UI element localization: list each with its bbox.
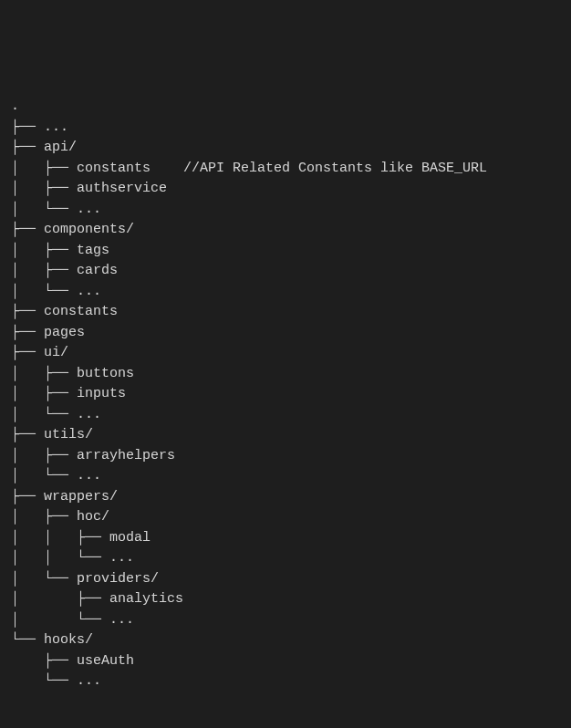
tree-pipes: │: [11, 509, 44, 525]
tree-line: ├── components/: [11, 220, 560, 241]
tree-pipes: [11, 653, 44, 669]
tree-item-name: ...: [77, 284, 101, 299]
root-label: .: [11, 99, 19, 114]
tree-item-name: api/: [44, 140, 77, 155]
tree-item-name: ...: [109, 612, 134, 628]
tree-line: ├── ...: [11, 118, 560, 139]
tree-root: .: [11, 97, 560, 118]
tree-pipes: │: [11, 612, 77, 628]
tree-item-name: wrappers/: [44, 489, 118, 504]
tree-item-name: components/: [44, 222, 134, 237]
tree-pipes: │ │: [11, 550, 77, 566]
tree-line: │ ├── cards: [11, 261, 560, 282]
tree-line: │ └── ...: [11, 466, 560, 487]
tree-line: └── ...: [11, 671, 560, 692]
tree-branch: ├──: [11, 325, 44, 340]
tree-line: │ │ ├── modal: [11, 528, 560, 549]
tree-branch: └──: [44, 571, 77, 587]
tree-item-name: analytics: [109, 591, 183, 607]
tree-item-name: hooks/: [44, 632, 93, 648]
tree-branch: ├──: [11, 427, 44, 442]
tree-pipes: │: [11, 202, 44, 217]
tree-branch: └──: [44, 673, 77, 689]
tree-branch: ├──: [11, 222, 44, 237]
tree-branch: └──: [44, 407, 77, 422]
tree-line: │ └── providers/: [11, 569, 560, 590]
tree-branch: ├──: [11, 345, 44, 360]
tree-branch: ├──: [44, 386, 77, 401]
tree-line: │ ├── inputs: [11, 384, 560, 405]
tree-branch: ├──: [44, 263, 77, 278]
tree-branch: └──: [44, 202, 77, 217]
tree-body: ├── ...├── api/│ ├── constants //API Rel…: [11, 118, 560, 692]
tree-pipes: │: [11, 181, 44, 196]
tree-item-name: ...: [77, 202, 101, 217]
tree-pipes: [11, 673, 44, 689]
tree-line: ├── useAuth: [11, 651, 560, 672]
tree-branch: ├──: [11, 120, 44, 135]
tree-branch: ├──: [44, 653, 77, 669]
tree-line: │ │ └── ...: [11, 548, 560, 569]
tree-line: │ ├── analytics: [11, 589, 560, 610]
tree-item-name: arrayhelpers: [77, 448, 175, 463]
tree-item-name: constants: [44, 304, 118, 319]
tree-branch: └──: [77, 550, 109, 566]
tree-item-name: hoc/: [77, 509, 109, 525]
tree-item-name: ...: [77, 407, 101, 422]
tree-pipes: │: [11, 468, 44, 484]
tree-branch: ├──: [44, 366, 77, 381]
tree-pipes: │: [11, 386, 44, 401]
tree-branch: ├──: [44, 181, 77, 196]
tree-branch: ├──: [44, 509, 77, 525]
tree-item-name: inputs: [77, 386, 126, 401]
tree-line: │ └── ...: [11, 200, 560, 221]
tree-line: ├── api/: [11, 138, 560, 159]
tree-line: └── hooks/: [11, 630, 560, 651]
tree-branch: ├──: [77, 530, 109, 546]
tree-line: │ ├── authservice: [11, 179, 560, 200]
tree-branch: └──: [11, 632, 44, 648]
tree-branch: ├──: [44, 243, 77, 258]
tree-item-name: authservice: [77, 181, 167, 196]
tree-item-name: cards: [77, 263, 118, 278]
tree-line: │ └── ...: [11, 610, 560, 631]
tree-pipes: │: [11, 366, 44, 381]
tree-pipes: │: [11, 591, 77, 607]
tree-line: │ ├── hoc/: [11, 507, 560, 528]
tree-item-name: pages: [44, 325, 85, 340]
tree-pipes: │: [11, 243, 44, 258]
tree-line: ├── pages: [11, 323, 560, 344]
tree-item-name: constants: [77, 161, 151, 176]
tree-branch: ├──: [44, 448, 77, 463]
directory-tree: .├── ...├── api/│ ├── constants //API Re…: [11, 97, 560, 692]
tree-line: ├── wrappers/: [11, 487, 560, 508]
tree-line: │ ├── constants //API Related Constants …: [11, 159, 560, 180]
tree-pipes: │: [11, 284, 44, 299]
tree-item-name: modal: [109, 530, 151, 546]
tree-item-name: ...: [44, 120, 68, 135]
tree-branch: ├──: [11, 140, 44, 155]
tree-line: │ ├── arrayhelpers: [11, 446, 560, 467]
tree-line: ├── constants: [11, 302, 560, 323]
tree-line: ├── utils/: [11, 425, 560, 446]
tree-pipes: │: [11, 263, 44, 278]
tree-pipes: │: [11, 448, 44, 463]
tree-branch: ├──: [77, 591, 109, 607]
tree-item-name: buttons: [77, 366, 134, 381]
tree-pipes: │: [11, 161, 44, 176]
tree-line: │ └── ...: [11, 282, 560, 303]
tree-line: │ └── ...: [11, 405, 560, 426]
tree-line: │ ├── buttons: [11, 364, 560, 385]
tree-item-name: ...: [77, 673, 101, 689]
tree-item-name: providers/: [77, 571, 159, 587]
tree-item-name: useAuth: [77, 653, 134, 669]
tree-branch: └──: [44, 468, 77, 484]
tree-item-name: utils/: [44, 427, 93, 442]
tree-pipes: │: [11, 571, 44, 587]
tree-branch: └──: [44, 284, 77, 299]
tree-line: │ ├── tags: [11, 241, 560, 262]
tree-item-name: tags: [77, 243, 109, 258]
tree-pipes: │: [11, 407, 44, 422]
tree-item-name: ui/: [44, 345, 68, 360]
tree-branch: ├──: [44, 161, 77, 176]
